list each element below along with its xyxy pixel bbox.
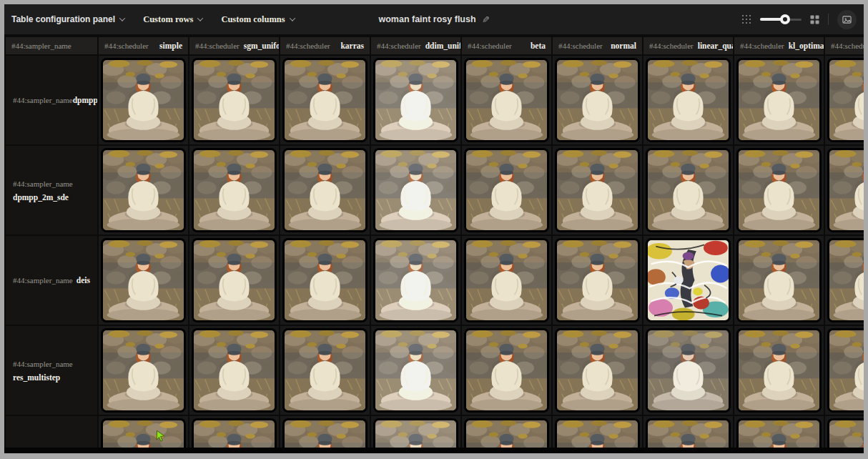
image-cell[interactable] — [553, 416, 642, 448]
image-cell[interactable] — [462, 56, 551, 144]
image-cell[interactable] — [280, 56, 370, 144]
image-cell[interactable] — [825, 236, 864, 325]
column-header-cell[interactable]: #44:schedulerbeta — [462, 37, 551, 54]
image-cell[interactable] — [462, 236, 551, 325]
image-cell[interactable] — [371, 236, 460, 325]
squares-grid-icon[interactable] — [810, 15, 819, 24]
generated-image-thumbnail[interactable] — [282, 418, 368, 448]
pencil-icon[interactable]: ✎ — [482, 14, 490, 25]
generated-image-thumbnail[interactable] — [101, 58, 186, 142]
generated-image-thumbnail[interactable] — [827, 238, 864, 322]
generated-image-thumbnail[interactable] — [827, 58, 864, 142]
column-header-cell[interactable]: #44:schedulerkarras — [280, 37, 370, 54]
generated-image-thumbnail[interactable] — [646, 328, 731, 413]
image-cell[interactable] — [280, 326, 370, 415]
image-cell[interactable] — [371, 326, 460, 415]
image-cell[interactable] — [189, 236, 279, 325]
generated-image-thumbnail[interactable] — [736, 328, 822, 413]
custom-columns-menu[interactable]: Custom columns — [221, 14, 294, 25]
generated-image-thumbnail[interactable] — [736, 148, 822, 232]
generated-image-thumbnail[interactable] — [282, 148, 368, 232]
row-header-cell[interactable]: #44:sampler_namedeis — [6, 236, 97, 325]
generated-image-thumbnail[interactable] — [827, 328, 864, 413]
image-cell[interactable] — [825, 146, 864, 235]
image-cell[interactable] — [643, 146, 733, 235]
column-header-cell[interactable]: #44:schedulernormal — [553, 37, 642, 54]
generated-image-thumbnail[interactable] — [373, 328, 458, 413]
image-cell[interactable] — [553, 326, 642, 415]
thumbnail-size-slider[interactable] — [760, 14, 802, 24]
image-cell[interactable] — [643, 416, 733, 448]
generated-image-thumbnail[interactable] — [555, 328, 640, 413]
generated-image-thumbnail[interactable] — [373, 418, 458, 448]
generated-image-thumbnail[interactable] — [555, 418, 640, 448]
generated-image-thumbnail[interactable] — [192, 58, 277, 142]
image-cell[interactable] — [99, 146, 188, 235]
image-cell[interactable] — [734, 56, 824, 144]
generated-image-thumbnail[interactable] — [192, 418, 277, 448]
generated-image-thumbnail[interactable] — [101, 148, 186, 232]
image-cell[interactable] — [462, 326, 551, 415]
image-cell[interactable] — [280, 236, 370, 325]
generated-image-thumbnail[interactable] — [282, 58, 368, 142]
generated-image-thumbnail[interactable] — [555, 238, 640, 322]
image-cell[interactable] — [825, 326, 864, 415]
generated-image-thumbnail[interactable] — [282, 328, 368, 413]
generated-image-thumbnail[interactable] — [192, 328, 277, 413]
generated-image-thumbnail[interactable] — [464, 238, 549, 322]
generated-image-thumbnail[interactable] — [101, 328, 186, 413]
generated-image-thumbnail[interactable] — [646, 58, 731, 142]
generated-image-thumbnail[interactable] — [646, 238, 731, 322]
slider-knob[interactable] — [780, 14, 790, 24]
row-header-cell[interactable] — [6, 416, 97, 448]
image-cell[interactable] — [643, 326, 733, 415]
image-cell[interactable] — [734, 146, 824, 235]
row-header-cell[interactable]: #44:sampler_namedpmpp_2m — [6, 56, 97, 144]
generated-image-thumbnail[interactable] — [827, 148, 864, 232]
image-cell[interactable] — [371, 146, 460, 235]
generated-image-thumbnail[interactable] — [555, 58, 640, 142]
image-cell[interactable] — [734, 326, 824, 415]
generated-image-thumbnail[interactable] — [373, 238, 458, 322]
generated-image-thumbnail[interactable] — [282, 238, 368, 322]
image-cell[interactable] — [371, 56, 460, 144]
image-cell[interactable] — [99, 416, 188, 448]
generated-image-thumbnail[interactable] — [827, 418, 864, 448]
image-cell[interactable] — [99, 56, 188, 144]
image-cell[interactable] — [189, 56, 279, 144]
generated-image-thumbnail[interactable] — [101, 238, 186, 322]
image-cell[interactable] — [825, 56, 864, 144]
generated-image-thumbnail[interactable] — [101, 418, 186, 448]
generated-image-thumbnail[interactable] — [373, 58, 458, 142]
generated-image-thumbnail[interactable] — [464, 148, 549, 232]
image-cell[interactable] — [643, 236, 733, 325]
column-header-cell[interactable]: #44:schedulerddim_uniform — [371, 37, 460, 54]
image-cell[interactable] — [462, 416, 551, 448]
image-cell[interactable] — [280, 146, 370, 235]
image-cell[interactable] — [99, 326, 188, 415]
image-cell[interactable] — [553, 236, 642, 325]
image-cell[interactable] — [553, 56, 642, 144]
generated-image-thumbnail[interactable] — [736, 58, 822, 142]
custom-rows-menu[interactable]: Custom rows — [143, 14, 202, 25]
image-cell[interactable] — [99, 236, 188, 325]
image-cell[interactable] — [371, 416, 460, 448]
image-cell[interactable] — [825, 416, 864, 448]
column-header-cell[interactable]: #44:schedulerlinear_quadratic — [643, 37, 733, 54]
image-cell[interactable] — [734, 416, 824, 448]
row-header-cell[interactable]: #44:sampler_nameres_multistep — [6, 326, 97, 415]
column-header-cell[interactable]: #44:schedulerkl_optimal — [734, 37, 824, 54]
generated-image-thumbnail[interactable] — [555, 148, 640, 232]
dots-grid-icon[interactable] — [741, 14, 751, 24]
image-cell[interactable] — [189, 416, 279, 448]
image-cell[interactable] — [553, 146, 642, 235]
image-cell[interactable] — [280, 416, 370, 448]
generated-image-thumbnail[interactable] — [464, 418, 549, 448]
generated-image-thumbnail[interactable] — [736, 238, 822, 322]
column-header-cell[interactable]: #44:schedulersgm_uniform — [189, 37, 279, 54]
gallery-button[interactable] — [837, 10, 857, 29]
generated-image-thumbnail[interactable] — [646, 418, 731, 448]
column-header-cell[interactable]: #44:scheduler — [825, 37, 864, 54]
row-header-cell[interactable]: #44:sampler_namedpmpp_2m_sde — [6, 146, 97, 235]
column-header-cell[interactable]: #44:schedulersimple — [99, 37, 188, 54]
